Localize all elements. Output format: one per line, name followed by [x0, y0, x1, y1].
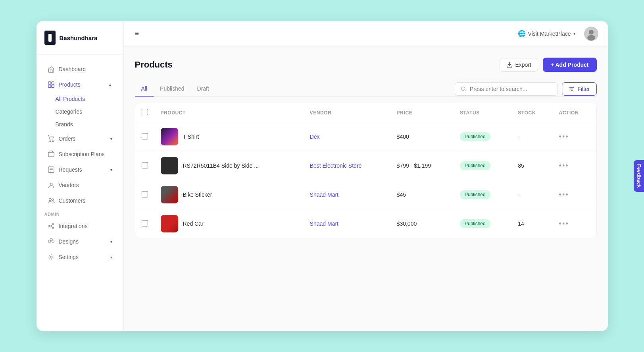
search-icon: [461, 86, 466, 92]
page-content: Products Export + Add Product All P: [124, 46, 608, 331]
sidebar-item-integrations-label: Integrations: [59, 223, 88, 229]
svg-point-8: [50, 183, 52, 185]
tab-draft[interactable]: Draft: [191, 81, 215, 97]
svg-point-9: [49, 199, 51, 201]
export-icon: [506, 62, 513, 68]
tab-all[interactable]: All: [135, 81, 154, 97]
svg-rect-6: [48, 153, 54, 157]
svg-point-20: [587, 35, 595, 41]
svg-rect-3: [51, 85, 54, 87]
sidebar-item-designs-label: Designs: [59, 238, 79, 245]
sidebar-nav: Dashboard Products ▲ All Products Catego…: [37, 55, 123, 331]
product-cell-0: T Shirt: [161, 128, 297, 145]
vendors-icon: [48, 182, 55, 189]
table-row: T Shirt Dex $400 Published - •••: [135, 122, 596, 151]
status-badge-3: Published: [460, 219, 490, 228]
globe-icon: 🌐: [518, 30, 526, 37]
filter-icon: [569, 86, 575, 92]
filter-button[interactable]: Filter: [562, 82, 596, 96]
visit-marketplace-button[interactable]: 🌐 Visit MarketPlace ▾: [514, 27, 579, 40]
sidebar-item-settings-label: Settings: [59, 254, 79, 260]
product-cell-1: RS72R5011B4 Side by Side ...: [161, 157, 297, 174]
svg-rect-1: [51, 82, 54, 84]
svg-point-11: [48, 225, 50, 227]
app-logo-icon: [44, 31, 56, 45]
sidebar-item-orders[interactable]: Orders ▾: [40, 131, 120, 146]
user-avatar[interactable]: [584, 27, 598, 41]
action-button-1[interactable]: •••: [559, 162, 569, 170]
products-icon: [48, 81, 55, 88]
vendor-link-0[interactable]: Dex: [310, 133, 320, 140]
app-logo-text: Bashundhara: [60, 35, 98, 41]
select-all-checkbox[interactable]: [142, 109, 148, 115]
status-badge-2: Published: [460, 190, 490, 199]
sidebar-item-dashboard[interactable]: Dashboard: [40, 62, 120, 77]
settings-icon: [48, 253, 55, 261]
svg-point-10: [52, 199, 54, 201]
product-price-3: $30,000: [390, 209, 454, 238]
product-stock-3: 14: [511, 209, 552, 238]
status-badge-0: Published: [460, 132, 490, 141]
vendor-link-3[interactable]: Shaad Mart: [310, 220, 338, 227]
products-chevron-icon: ▲: [108, 83, 112, 87]
sidebar-item-customers[interactable]: Customers: [40, 193, 120, 208]
requests-chevron-icon: ▾: [110, 168, 112, 172]
col-stock: STOCK: [511, 103, 552, 122]
row-checkbox-1[interactable]: [142, 162, 148, 168]
main-content: ≡ 🌐 Visit MarketPlace ▾ Products: [124, 21, 608, 331]
feedback-tab[interactable]: Feedback: [634, 160, 644, 192]
sidebar-subitem-brands[interactable]: Brands: [37, 118, 123, 131]
product-price-1: $799 - $1,199: [390, 151, 454, 180]
requests-icon: [48, 166, 55, 173]
products-table: PRODUCT VENDOR PRICE STATUS STOCK ACTION: [135, 103, 597, 238]
export-button[interactable]: Export: [500, 58, 538, 72]
col-action: ACTION: [553, 103, 596, 122]
row-checkbox-0[interactable]: [142, 133, 148, 139]
sidebar-item-products[interactable]: Products ▲: [40, 77, 120, 92]
sidebar-item-integrations[interactable]: Integrations: [40, 219, 120, 234]
action-button-2[interactable]: •••: [559, 191, 569, 199]
product-stock-1: 85: [511, 151, 552, 180]
search-input[interactable]: [470, 86, 552, 92]
table-row: Bike Sticker Shaad Mart $45 Published - …: [135, 180, 596, 209]
svg-rect-0: [48, 82, 50, 84]
subscription-icon: [48, 151, 55, 158]
sidebar-item-subscription-label: Subscription Plans: [59, 151, 105, 157]
orders-chevron-icon: ▾: [110, 137, 112, 141]
page-actions: Export + Add Product: [500, 58, 596, 72]
designs-chevron-icon: ▾: [110, 240, 112, 244]
sidebar-item-requests[interactable]: Requests ▾: [40, 162, 120, 177]
sidebar-subitem-all-products[interactable]: All Products: [37, 93, 123, 105]
topbar: ≡ 🌐 Visit MarketPlace ▾: [124, 21, 608, 46]
sidebar-item-orders-label: Orders: [59, 135, 76, 142]
search-box: [455, 82, 558, 96]
sidebar-item-customers-label: Customers: [59, 197, 86, 204]
vendor-link-2[interactable]: Shaad Mart: [310, 191, 338, 198]
status-badge-1: Published: [460, 161, 490, 170]
action-button-3[interactable]: •••: [559, 220, 569, 228]
sidebar-subitem-categories[interactable]: Categories: [37, 105, 123, 118]
col-vendor: VENDOR: [304, 103, 390, 122]
product-thumbnail-3: [161, 215, 178, 232]
svg-point-4: [49, 141, 50, 142]
col-price: PRICE: [390, 103, 454, 122]
svg-point-5: [52, 141, 54, 142]
tab-published[interactable]: Published: [154, 81, 191, 97]
row-checkbox-2[interactable]: [142, 191, 148, 197]
sidebar-item-subscription[interactable]: Subscription Plans: [40, 147, 120, 162]
table-row: RS72R5011B4 Side by Side ... Best Electr…: [135, 151, 596, 180]
customers-icon: [48, 197, 55, 204]
admin-section-label: ADMIN: [37, 209, 123, 218]
vendor-link-1[interactable]: Best Electronic Store: [310, 162, 362, 169]
sidebar-item-settings[interactable]: Settings ▾: [40, 249, 120, 265]
add-product-button[interactable]: + Add Product: [543, 58, 597, 72]
action-button-0[interactable]: •••: [559, 133, 569, 141]
sidebar-item-designs[interactable]: Designs ▾: [40, 234, 120, 249]
home-icon: [48, 66, 55, 73]
product-thumbnail-0: [161, 128, 178, 145]
sidebar-item-vendors[interactable]: Vendors: [40, 178, 120, 193]
row-checkbox-3[interactable]: [142, 220, 148, 226]
sidebar: Bashundhara Dashboard: [37, 21, 124, 331]
menu-button[interactable]: ≡: [133, 28, 141, 39]
marketplace-chevron-icon: ▾: [573, 31, 575, 36]
